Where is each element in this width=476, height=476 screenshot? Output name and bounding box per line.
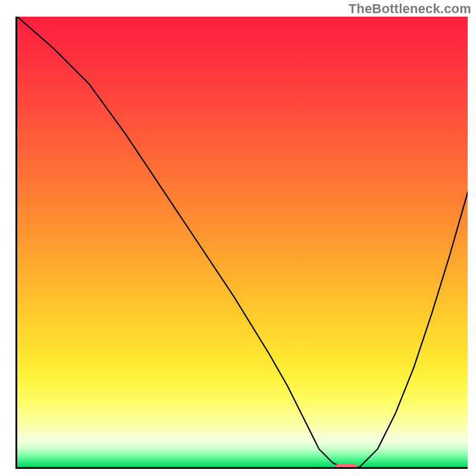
watermark-label: TheBottleneck.com [349, 1, 471, 17]
plot-area [15, 17, 468, 469]
optimal-marker [335, 464, 358, 469]
chart-container: TheBottleneck.com [0, 0, 476, 476]
curve-path [17, 17, 468, 467]
bottleneck-curve [17, 17, 468, 467]
